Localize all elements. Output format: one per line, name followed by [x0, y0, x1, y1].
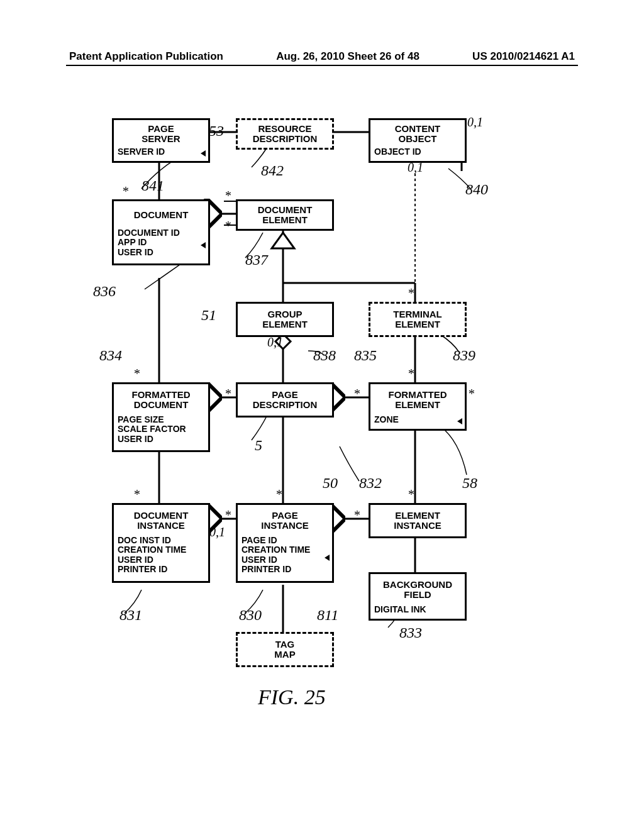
attrs-document: DOCUMENT ID APP ID USER ID [112, 227, 210, 265]
box-document-instance: DOCUMENT INSTANCE [112, 503, 210, 538]
ref-833: 833 [399, 624, 422, 641]
attrs-page-server: SERVER ID [112, 146, 210, 163]
header-center: Aug. 26, 2010 Sheet 26 of 48 [276, 50, 419, 63]
header-right: US 2010/0214621 A1 [472, 50, 575, 63]
ref-832: 832 [359, 475, 382, 492]
label: TERMINAL ELEMENT [393, 309, 442, 329]
label: GROUP ELEMENT [262, 309, 308, 329]
ref-58: 58 [462, 475, 477, 492]
ref-840: 840 [465, 181, 488, 198]
mult-content-01b: 0,1 [408, 160, 423, 175]
label: FORMATTED ELEMENT [388, 390, 447, 410]
attrs-page-instance: PAGE ID CREATION TIME USER ID PRINTER ID [236, 534, 334, 583]
mult-doc-de-star1: * [225, 189, 231, 203]
ref-838: 838 [313, 347, 336, 364]
box-document: DOCUMENT [112, 199, 210, 231]
mult-pd-fe-star: * [353, 387, 360, 401]
ref-836: 836 [93, 283, 116, 300]
label: PAGE INSTANCE [261, 511, 309, 531]
attrs-document-instance: DOC INST ID CREATION TIME USER ID PRINTE… [112, 534, 210, 583]
box-resource-description: RESOURCE DESCRIPTION [236, 118, 334, 150]
attr-text: DIGITAL INK [374, 604, 426, 614]
attr-text: SERVER ID [118, 147, 165, 157]
mult-di-pi-01: 0,1 [209, 525, 225, 540]
label: DOCUMENT ELEMENT [258, 205, 313, 225]
box-terminal-element: TERMINAL ELEMENT [369, 302, 467, 337]
ref-5: 5 [255, 437, 262, 454]
mult-di-pi-star: * [225, 508, 231, 523]
mult-fe-right-star: * [468, 387, 474, 401]
box-page-description: PAGE DESCRIPTION [236, 382, 334, 418]
attr-text: ZONE [374, 414, 399, 424]
mult-pi-ei-star: * [353, 508, 360, 523]
ref-50: 50 [323, 475, 338, 492]
label: TAG MAP [274, 639, 295, 660]
ref-839: 839 [453, 347, 475, 364]
attr-text: PAGE SIZE SCALE FACTOR USER ID [118, 414, 186, 444]
attrs-background-field: DIGITAL INK [369, 604, 467, 621]
box-content-object: CONTENT OBJECT [369, 118, 467, 150]
mult-pi-star: * [275, 487, 282, 502]
ref-837: 837 [245, 252, 268, 268]
box-element-instance: ELEMENT INSTANCE [369, 503, 467, 538]
label: BACKGROUND FIELD [383, 580, 452, 600]
box-background-field: BACKGROUND FIELD [369, 572, 467, 607]
box-tag-map: TAG MAP [236, 632, 334, 667]
label: RESOURCE DESCRIPTION [253, 124, 318, 144]
attr-text: DOC INST ID CREATION TIME USER ID PRINTE… [118, 535, 186, 574]
ref-811: 811 [317, 607, 338, 624]
ref-53: 53 [209, 123, 224, 140]
mult-fd-star: * [133, 367, 140, 381]
mult-content-01: 0,1 [467, 115, 483, 130]
attr-text: OBJECT ID [374, 147, 421, 157]
box-formatted-document: FORMATTED DOCUMENT [112, 382, 210, 418]
header-left: Patent Application Publication [69, 50, 223, 63]
mult-group-01: 0,1 [267, 335, 283, 350]
figure-caption: FIG. 25 [258, 685, 326, 709]
label: DOCUMENT [134, 210, 189, 220]
mult-doc-de-star2: * [225, 219, 231, 233]
ref-830: 830 [239, 607, 262, 624]
box-formatted-element: FORMATTED ELEMENT [369, 382, 467, 418]
ref-835: 835 [354, 347, 377, 364]
mult-fd-pd-star: * [225, 387, 231, 401]
page-header: Patent Application Publication Aug. 26, … [69, 50, 575, 63]
mult-di-star: * [133, 487, 140, 502]
label: DOCUMENT INSTANCE [134, 511, 189, 531]
label: ELEMENT INSTANCE [394, 511, 441, 531]
mult-term-star: * [408, 286, 414, 301]
ref-841: 841 [142, 177, 164, 194]
header-rule [66, 65, 578, 66]
label: PAGE SERVER [142, 124, 180, 144]
ref-51: 51 [201, 307, 216, 324]
box-group-element: GROUP ELEMENT [236, 302, 334, 337]
box-page-instance: PAGE INSTANCE [236, 503, 334, 538]
mult-ei-star: * [408, 487, 414, 502]
label: CONTENT OBJECT [395, 124, 441, 144]
ref-831: 831 [119, 607, 142, 624]
attrs-formatted-element: ZONE [369, 414, 467, 431]
box-document-element: DOCUMENT ELEMENT [236, 199, 334, 231]
ref-842: 842 [261, 162, 284, 179]
mult-ps-doc-star: * [122, 184, 128, 199]
attrs-formatted-document: PAGE SIZE SCALE FACTOR USER ID [112, 414, 210, 452]
box-page-server: PAGE SERVER [112, 118, 210, 150]
page-root: Patent Application Publication Aug. 26, … [0, 0, 644, 830]
attr-text: DOCUMENT ID APP ID USER ID [118, 228, 180, 257]
attr-text: PAGE ID CREATION TIME USER ID PRINTER ID [242, 535, 310, 574]
mult-fe-star: * [408, 367, 414, 381]
label: PAGE DESCRIPTION [253, 390, 318, 410]
ref-834: 834 [99, 347, 122, 364]
label: FORMATTED DOCUMENT [131, 390, 190, 410]
